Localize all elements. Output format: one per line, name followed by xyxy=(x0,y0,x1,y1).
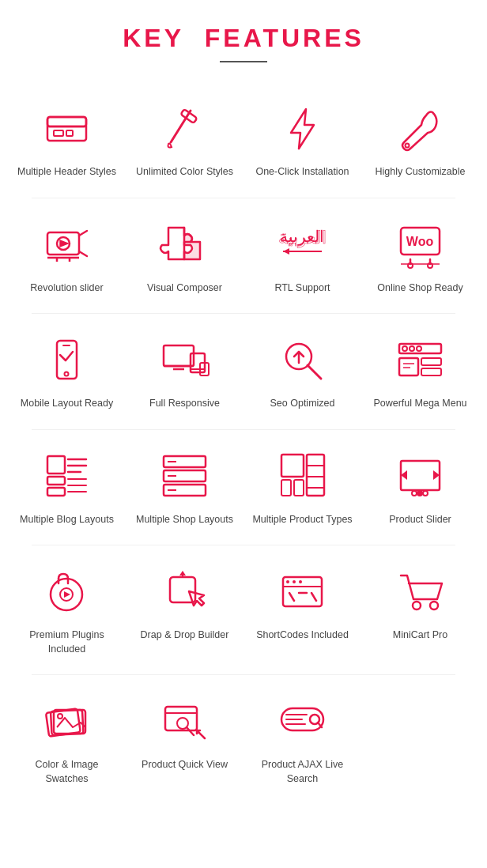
woo-icon: Woo xyxy=(393,217,448,272)
svg-marker-79 xyxy=(64,591,70,598)
feature-label-rtl-support: RTL Support xyxy=(274,281,330,296)
row-separator-4 xyxy=(32,545,455,545)
feature-drag-drop-builder: Drap & Drop Builder xyxy=(126,549,244,670)
feature-seo-optimized: Seo Optimized xyxy=(244,318,361,425)
feature-label-product-ajax-live-search: Product AJAX Live Search xyxy=(250,758,355,786)
feature-label-shortcodes-included: ShortCodes Included xyxy=(256,628,349,643)
svg-line-36 xyxy=(308,365,321,379)
shortcode-icon xyxy=(275,564,330,619)
megamenu-icon xyxy=(393,332,448,387)
svg-rect-48 xyxy=(47,477,65,485)
svg-point-39 xyxy=(402,346,407,351)
responsive-icon xyxy=(157,332,213,387)
svg-rect-49 xyxy=(47,488,65,496)
feature-label-full-responsive: Full Responsive xyxy=(149,397,220,411)
product-icon xyxy=(275,448,330,504)
mobile-icon xyxy=(40,332,95,387)
svg-point-96 xyxy=(58,714,62,719)
svg-marker-82 xyxy=(179,571,186,576)
features-grid: Multiple Header Styles Unlimited Color S… xyxy=(8,86,479,800)
feature-premium-plugins-included: Premium Plugins Included xyxy=(8,549,126,670)
svg-rect-0 xyxy=(47,117,86,141)
page-title: KEY FEATURES xyxy=(8,24,479,53)
paint-icon xyxy=(157,100,213,156)
svg-point-74 xyxy=(423,491,428,496)
svg-text:العربية: العربية xyxy=(280,228,324,246)
shop-icon xyxy=(157,448,213,504)
svg-rect-4 xyxy=(66,130,73,136)
row-separator-5 xyxy=(32,674,455,675)
swatches-icon xyxy=(40,693,95,749)
svg-marker-7 xyxy=(291,109,314,149)
feature-label-unlimited-color-styles: Unlimited Color Styles xyxy=(136,165,233,179)
feature-powerful-mega-menu: Powerful Mega Menu xyxy=(361,318,479,425)
row-separator-2 xyxy=(32,313,455,314)
svg-point-8 xyxy=(406,143,410,147)
feature-label-highly-customizable: Highly Customizable xyxy=(376,165,466,179)
title-normal: KEY xyxy=(123,24,184,52)
title-bold: FEATURES xyxy=(205,24,364,52)
feature-color-image-swatches: Color & Image Swatches xyxy=(8,679,126,800)
blog-icon xyxy=(40,448,95,504)
feature-empty xyxy=(361,679,479,800)
feature-label-visual-composer: Visual Composer xyxy=(147,281,222,296)
svg-point-41 xyxy=(417,346,421,351)
svg-marker-11 xyxy=(60,240,68,247)
feature-label-drag-drop-builder: Drap & Drop Builder xyxy=(141,628,229,643)
feature-label-seo-optimized: Seo Optimized xyxy=(270,397,335,411)
quickview-icon xyxy=(157,693,213,749)
svg-line-12 xyxy=(79,231,87,236)
feature-label-product-quick-view: Product Quick View xyxy=(142,758,228,772)
svg-point-72 xyxy=(412,491,417,496)
feature-label-color-image-swatches: Color & Image Swatches xyxy=(14,758,119,786)
svg-rect-38 xyxy=(399,344,441,353)
svg-point-88 xyxy=(286,580,289,583)
svg-point-90 xyxy=(299,580,302,583)
row-separator-1 xyxy=(32,198,455,198)
svg-rect-44 xyxy=(421,368,441,376)
svg-rect-42 xyxy=(399,358,418,376)
feature-multiple-header-styles: Multiple Header Styles xyxy=(8,86,126,194)
feature-label-mobile-layout-ready: Mobile Layout Ready xyxy=(21,397,113,411)
header-icon xyxy=(40,100,95,156)
svg-point-73 xyxy=(417,491,422,496)
svg-point-91 xyxy=(413,602,421,609)
svg-point-89 xyxy=(293,580,296,583)
feature-one-click-installation: One-Click Installation xyxy=(244,86,361,194)
feature-label-one-click-installation: One-Click Installation xyxy=(255,165,349,179)
feature-highly-customizable: Highly Customizable xyxy=(361,86,479,194)
svg-line-85 xyxy=(289,593,294,601)
feature-full-responsive: Full Responsive xyxy=(126,318,244,425)
dragdrop-icon xyxy=(157,564,213,619)
feature-label-revolution-slider: Revolution slider xyxy=(30,281,103,296)
svg-text:Woo: Woo xyxy=(406,235,434,248)
svg-line-5 xyxy=(171,111,191,142)
feature-revolution-slider: Revolution slider xyxy=(8,202,126,310)
feature-visual-composer: Visual Composer xyxy=(126,202,244,310)
bolt-icon xyxy=(275,100,330,156)
feature-mobile-layout-ready: Mobile Layout Ready xyxy=(8,318,126,425)
row-separator-3 xyxy=(32,429,455,430)
title-divider xyxy=(220,61,267,62)
svg-rect-65 xyxy=(307,455,324,496)
feature-product-quick-view: Product Quick View xyxy=(126,679,244,800)
feature-rtl-support: العربية العربية RTL Support xyxy=(244,202,361,310)
svg-rect-1 xyxy=(47,117,86,126)
feature-label-multiple-product-types: Multiple Product Types xyxy=(252,513,352,527)
puzzle-icon xyxy=(157,217,213,272)
feature-label-product-slider: Product Slider xyxy=(389,513,451,527)
svg-rect-64 xyxy=(294,480,304,496)
title-section: KEY FEATURES xyxy=(8,24,479,62)
search-icon xyxy=(275,693,330,749)
svg-line-13 xyxy=(79,251,87,256)
feature-shortcodes-included: ShortCodes Included xyxy=(244,549,361,670)
feature-multiple-product-types: Multiple Product Types xyxy=(244,434,361,542)
feature-label-premium-plugins-included: Premium Plugins Included xyxy=(14,628,119,656)
svg-point-40 xyxy=(410,346,414,351)
svg-rect-29 xyxy=(164,345,194,366)
feature-label-online-shop-ready: Online Shop Ready xyxy=(377,281,462,296)
feature-label-multiple-header-styles: Multiple Header Styles xyxy=(17,165,116,179)
feature-label-minicart-pro: MiniCart Pro xyxy=(393,628,447,643)
svg-rect-43 xyxy=(421,358,441,365)
feature-label-powerful-mega-menu: Powerful Mega Menu xyxy=(373,397,466,411)
